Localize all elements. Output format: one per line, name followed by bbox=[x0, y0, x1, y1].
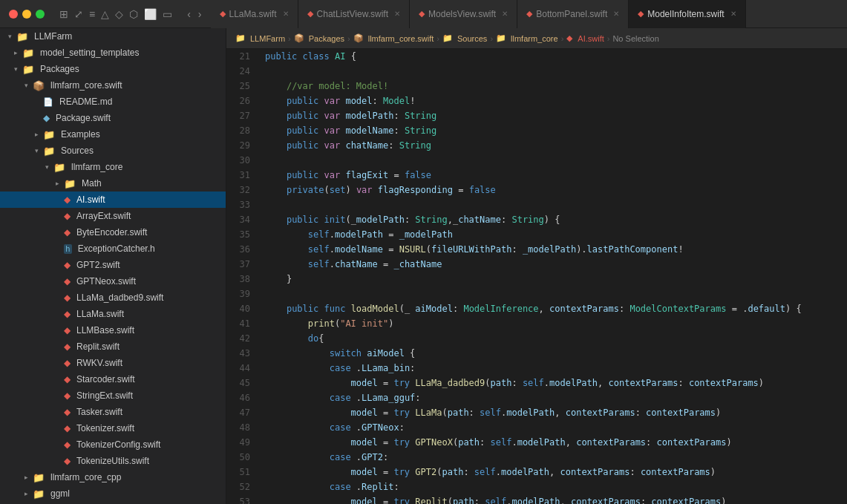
folder-icon: 📁 bbox=[22, 64, 34, 75]
sidebar-item-tokenizeutils[interactable]: ◆TokenizeUtils.swift bbox=[0, 453, 226, 469]
tree-arrow: ▸ bbox=[53, 180, 61, 187]
line-number: 34 bbox=[232, 212, 250, 227]
maximize-button[interactable] bbox=[36, 10, 45, 19]
hexagon-icon[interactable]: ⬡ bbox=[129, 8, 138, 20]
sidebar-item-readme[interactable]: 📄README.md bbox=[0, 94, 226, 110]
sidebar-item-ggml[interactable]: ▸📁ggml bbox=[0, 485, 226, 502]
sidebar-item-model-setting[interactable]: ▸📁model_setting_templates bbox=[0, 45, 226, 61]
swift-icon: ◆ bbox=[64, 358, 71, 368]
sidebar-item-rwkv[interactable]: ◆RWKV.swift bbox=[0, 355, 226, 371]
code-line: public var modelName: String bbox=[265, 123, 838, 138]
sidebar-item-llmfarm-core-cpp[interactable]: ▸📁llmfarm_core_cpp bbox=[0, 469, 226, 485]
breadcrumb-item-3[interactable]: 📁Sources bbox=[442, 33, 487, 43]
tab-close-icon[interactable]: ✕ bbox=[730, 10, 736, 18]
sidebar-item-stringext[interactable]: ◆StringExt.swift bbox=[0, 387, 226, 404]
tab-close-icon[interactable]: ✕ bbox=[613, 10, 619, 18]
line-number: 47 bbox=[232, 405, 250, 420]
tree-item-label: Tokenizer.swift bbox=[76, 423, 134, 433]
tab-chatlistview[interactable]: ◆ChatListView.swift✕ bbox=[298, 0, 411, 28]
tree-item-label: TokenizerConfig.swift bbox=[76, 439, 160, 450]
swift-file-icon: ◆ bbox=[220, 9, 226, 19]
expand-icon[interactable]: ⤢ bbox=[74, 8, 83, 20]
tree-item-label: llmfarm_core.swift bbox=[50, 80, 122, 91]
sidebar-item-starcoder[interactable]: ◆Starcoder.swift bbox=[0, 371, 226, 387]
sidebar-item-math[interactable]: ▸📁Math bbox=[0, 175, 226, 192]
tree-item-label: model_setting_templates bbox=[40, 48, 139, 58]
sidebar-item-replit[interactable]: ◆Replit.swift bbox=[0, 338, 226, 355]
sidebar-item-examples[interactable]: ▸📁Examples bbox=[0, 126, 226, 143]
line-number: 31 bbox=[232, 168, 250, 183]
breadcrumb-separator: › bbox=[347, 34, 350, 43]
breadcrumb-item-1[interactable]: 📦Packages bbox=[294, 33, 344, 43]
code-editor[interactable]: public class AI { //var model: Model! pu… bbox=[256, 49, 847, 504]
tab-label: LLaMa.swift bbox=[229, 9, 277, 19]
sidebar-item-llama-dadbed9[interactable]: ◆LLaMa_dadbed9.swift bbox=[0, 289, 226, 306]
sidebar-item-tokenizerconfig[interactable]: ◆TokenizerConfig.swift bbox=[0, 436, 226, 453]
folder-icon: 📁 bbox=[64, 178, 76, 189]
code-line: private(set) var flagResponding = false bbox=[265, 183, 838, 197]
swift-icon: ◆ bbox=[64, 325, 71, 336]
breadcrumb-separator: › bbox=[436, 34, 439, 43]
tab-label: ChatListView.swift bbox=[317, 9, 389, 19]
minimize-button[interactable] bbox=[22, 10, 31, 19]
diamond-icon[interactable]: ◇ bbox=[115, 8, 123, 20]
tab-close-icon[interactable]: ✕ bbox=[502, 10, 508, 18]
breadcrumb-item-5[interactable]: ◆AI.swift bbox=[566, 33, 604, 43]
breadcrumb-label: llmfarm_core.swift bbox=[368, 34, 434, 43]
menu-icon[interactable]: ≡ bbox=[89, 8, 95, 20]
square-icon[interactable]: ⬜ bbox=[144, 8, 157, 20]
tree-item-label: ArrayExt.swift bbox=[76, 211, 131, 221]
code-line: public var modelPath: String bbox=[265, 108, 838, 123]
tab-modelinfoitem[interactable]: ◆ModelInfoItem.swift✕ bbox=[629, 0, 745, 28]
sidebar-item-llmfarm-core[interactable]: ▾📁llmfarm_core bbox=[0, 159, 226, 175]
sidebar-item-sources[interactable]: ▾📁Sources bbox=[0, 143, 226, 159]
tree-item-label: Examples bbox=[61, 129, 100, 140]
sidebar-item-packages[interactable]: ▾📁Packages bbox=[0, 61, 226, 77]
line-number: 43 bbox=[232, 346, 250, 361]
tab-close-icon[interactable]: ✕ bbox=[394, 10, 400, 18]
breadcrumb-item-6[interactable]: No Selection bbox=[612, 34, 658, 43]
sidebar-item-gpt2[interactable]: ◆GPT2.swift bbox=[0, 257, 226, 273]
tab-modelsview[interactable]: ◆ModelsView.swift✕ bbox=[410, 0, 517, 28]
line-number: 48 bbox=[232, 420, 250, 435]
sidebar-item-tasker[interactable]: ◆Tasker.swift bbox=[0, 404, 226, 420]
swift-file-icon: ◆ bbox=[526, 9, 532, 19]
tab-bottompanel[interactable]: ◆BottomPanel.swift✕ bbox=[517, 0, 629, 28]
sidebar-item-ai-swift[interactable]: ◆AI.swift bbox=[0, 192, 226, 208]
nav-back-button[interactable]: ‹ bbox=[184, 7, 194, 22]
tab-llamaswift[interactable]: ◆LLaMa.swift✕ bbox=[211, 0, 298, 28]
code-line: public var model: Model! bbox=[265, 94, 838, 108]
code-line: public class AI { bbox=[265, 49, 838, 64]
swift-icon: ◆ bbox=[64, 456, 71, 466]
sidebar-item-arrayext[interactable]: ◆ArrayExt.swift bbox=[0, 208, 226, 224]
folder-icon: 📁 bbox=[16, 31, 28, 42]
pkg-icon: ◆ bbox=[43, 113, 50, 123]
sidebar-item-llmfarm-core-swift[interactable]: ▾📦llmfarm_core.swift bbox=[0, 77, 226, 94]
sidebar-item-gptneox[interactable]: ◆GPTNeox.swift bbox=[0, 273, 226, 289]
breadcrumb-item-0[interactable]: 📁LLMFarm bbox=[235, 33, 285, 43]
sidebar-item-exceptioncatcher[interactable]: hExceptionCatcher.h bbox=[0, 240, 226, 257]
sidebar-item-llmbase[interactable]: ◆LLMBase.swift bbox=[0, 322, 226, 338]
grid-icon[interactable]: ⊞ bbox=[59, 8, 68, 20]
swift-icon: ◆ bbox=[64, 227, 71, 238]
sidebar-item-package-swift[interactable]: ◆Package.swift bbox=[0, 110, 226, 126]
swift-icon: ◆ bbox=[64, 374, 71, 384]
breadcrumb-label: Packages bbox=[309, 34, 344, 43]
sidebar-item-llama-swift[interactable]: ◆LLaMa.swift bbox=[0, 306, 226, 322]
tree-item-label: Packages bbox=[40, 64, 79, 74]
breadcrumb-item-4[interactable]: 📁llmfarm_core bbox=[496, 33, 558, 43]
breadcrumb-label: Sources bbox=[457, 34, 487, 43]
sidebar-item-byteencoder[interactable]: ◆ByteEncoder.swift bbox=[0, 224, 226, 240]
sidebar-item-tokenizer[interactable]: ◆Tokenizer.swift bbox=[0, 420, 226, 436]
nav-forward-button[interactable]: › bbox=[195, 7, 205, 22]
close-button[interactable] bbox=[9, 10, 18, 19]
sidebar-item-llmfarm-root[interactable]: ▾📁LLMFarm bbox=[0, 28, 226, 45]
tree-item-label: LLaMa.swift bbox=[76, 309, 124, 319]
rect-icon[interactable]: ▭ bbox=[163, 8, 172, 20]
tab-close-icon[interactable]: ✕ bbox=[283, 10, 289, 18]
tree-item-label: ExceptionCatcher.h bbox=[78, 243, 155, 254]
warning-icon[interactable]: △ bbox=[101, 8, 109, 20]
line-number: 42 bbox=[232, 331, 250, 346]
breadcrumb-item-2[interactable]: 📦llmfarm_core.swift bbox=[353, 33, 434, 43]
sidebar: ▾📁LLMFarm▸📁model_setting_templates▾📁Pack… bbox=[0, 28, 226, 504]
